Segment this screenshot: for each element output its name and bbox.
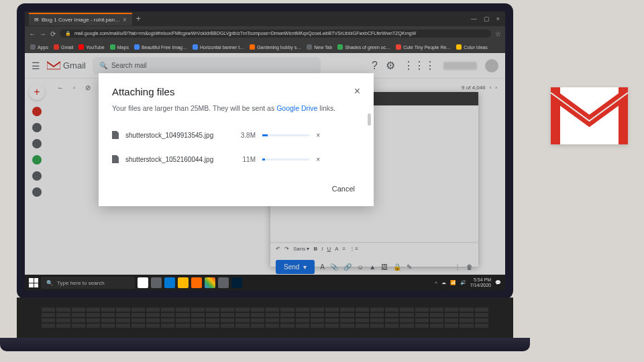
taskbar-search[interactable]: 🔍 Type here to search (41, 277, 135, 289)
bookmark-item[interactable]: YouTube (78, 44, 105, 50)
gmail-logo-large (551, 87, 628, 144)
browser-tab[interactable]: ✉ Blog 1 Cover Image - rohit.pan… × (29, 13, 132, 26)
snoozed-icon[interactable] (32, 139, 42, 148)
tray-volume-icon[interactable]: 🔊 (460, 280, 466, 285)
starred-icon[interactable] (32, 123, 42, 132)
image-icon[interactable]: 🖼 (381, 263, 388, 271)
remove-file-icon[interactable]: × (316, 155, 320, 163)
dialog-scrollbar-thumb[interactable] (368, 114, 371, 126)
account-name-redacted (443, 62, 477, 70)
photoshop-icon[interactable] (231, 277, 242, 288)
nav-reload-icon[interactable]: ⟳ (50, 30, 56, 38)
dialog-message-prefix: Your files are larger than 25MB. They wi… (112, 104, 276, 112)
tray-up-icon[interactable]: ^ (435, 281, 437, 285)
sidebar-rail: + (25, 79, 49, 275)
text-color-icon[interactable]: A (335, 246, 338, 252)
list-icon[interactable]: ⋮≡ (350, 246, 358, 252)
inbox-icon[interactable] (32, 107, 42, 116)
settings-icon[interactable]: ⚙ (386, 59, 395, 72)
discard-icon[interactable]: 🗑 (466, 263, 473, 271)
search-icon: 🔍 (46, 280, 53, 286)
bookmark-item[interactable]: Color ideas (456, 44, 487, 50)
bookmark-item[interactable]: Shades of green oc… (337, 44, 390, 50)
emoji-icon[interactable]: ☺ (357, 263, 364, 271)
new-tab-button[interactable]: + (136, 14, 141, 24)
underline-icon[interactable]: U (327, 246, 331, 252)
more-icon[interactable] (32, 187, 42, 197)
search-icon: 🔍 (99, 62, 107, 69)
italic-icon[interactable]: I (321, 246, 323, 252)
prev-icon[interactable]: ‹ (490, 85, 492, 91)
start-button[interactable] (29, 278, 38, 287)
remove-file-icon[interactable]: × (316, 131, 320, 139)
bookmark-favicon (337, 44, 343, 50)
format-icon[interactable]: A (320, 263, 325, 271)
window-close-icon[interactable]: × (496, 15, 500, 22)
search-input[interactable]: 🔍 Search mail (93, 57, 321, 75)
undo-icon[interactable]: ↶ (276, 246, 280, 252)
illustrator-icon[interactable] (191, 277, 202, 288)
align-icon[interactable]: ≡ (343, 246, 346, 252)
pen-icon[interactable]: ✎ (407, 263, 412, 271)
bookmark-favicon (30, 44, 36, 50)
attaching-files-dialog: Attaching files × Your files are larger … (99, 73, 374, 206)
send-button[interactable]: Send ▾ (276, 260, 315, 274)
bookmark-item[interactable]: Gardening hobby s… (250, 44, 301, 50)
report-spam-icon[interactable]: ⊘ (85, 84, 91, 91)
cortana-icon[interactable] (138, 277, 148, 288)
cancel-button[interactable]: Cancel (327, 181, 360, 197)
window-minimize-icon[interactable]: — (471, 15, 477, 22)
nav-back-icon[interactable]: ← (29, 30, 36, 38)
bookmark-item[interactable]: Maps (110, 44, 129, 50)
bookmark-item[interactable]: Gmail (54, 44, 73, 50)
support-icon[interactable]: ? (372, 60, 378, 72)
avatar[interactable] (485, 59, 498, 73)
compose-button[interactable]: + (29, 84, 45, 100)
notifications-icon[interactable]: 💬 (495, 280, 501, 285)
font-select[interactable]: Sans ▾ (293, 246, 309, 252)
bookmark-item[interactable]: Beautiful Free Imag… (134, 44, 187, 50)
close-tab-icon[interactable]: × (123, 16, 127, 24)
bookmark-favicon (456, 44, 462, 50)
apps-grid-icon[interactable]: ⋮⋮⋮ (403, 59, 435, 72)
drafts-icon[interactable] (32, 171, 42, 181)
archive-icon[interactable]: ▫ (73, 84, 76, 91)
taskbar-time: 5:54 PM (470, 277, 491, 283)
bookmark-item[interactable]: Horizontal banner t… (193, 44, 244, 50)
tray-wifi-icon[interactable]: 📶 (450, 280, 456, 285)
taskbar-clock[interactable]: 5:54 PM 7/14/2020 (470, 277, 491, 287)
tab-title: Blog 1 Cover Image - rohit.pan… (42, 17, 120, 23)
sent-icon[interactable] (32, 155, 42, 165)
attach-icon[interactable]: 📎 (330, 263, 338, 271)
task-view-icon[interactable] (151, 277, 162, 288)
menu-icon[interactable]: ☰ (32, 60, 40, 71)
app-icon[interactable] (218, 277, 229, 288)
bookmark-label: Beautiful Free Imag… (142, 45, 187, 50)
chrome-icon[interactable] (205, 277, 215, 288)
bookmark-label: Gardening hobby s… (257, 45, 301, 50)
window-maximize-icon[interactable]: ▢ (484, 15, 490, 22)
url-input[interactable]: 🔒 mail.google.com/mail/u/0/?tab=rm&ogbl#… (60, 30, 491, 38)
next-icon[interactable]: › (495, 85, 497, 91)
drive-icon[interactable]: ▲ (369, 263, 376, 271)
send-dropdown-icon[interactable]: ▾ (303, 263, 307, 271)
explorer-icon[interactable] (178, 277, 189, 288)
bookmark-item[interactable]: Apps (30, 44, 48, 50)
bookmark-star-icon[interactable]: ☆ (495, 30, 501, 38)
google-drive-link[interactable]: Google Drive (276, 104, 317, 112)
bold-icon[interactable]: B (313, 246, 317, 252)
redo-icon[interactable]: ↷ (284, 246, 289, 252)
back-icon[interactable]: ← (57, 84, 64, 91)
tray-cloud-icon[interactable]: ☁ (441, 280, 446, 285)
more-icon[interactable]: ⋮ (454, 263, 461, 271)
bookmark-label: YouTube (86, 45, 105, 50)
bookmark-label: Cute Tiny People Re… (403, 45, 451, 50)
lock-icon[interactable]: 🔒 (393, 263, 401, 271)
search-placeholder: Search mail (111, 62, 147, 69)
edge-icon[interactable] (164, 277, 175, 288)
bookmark-item[interactable]: Cute Tiny People Re… (396, 44, 451, 50)
bookmark-item[interactable]: New Tab (307, 44, 332, 50)
dialog-close-icon[interactable]: × (354, 85, 360, 97)
link-icon[interactable]: 🔗 (343, 263, 352, 271)
bookmark-favicon (307, 44, 312, 50)
